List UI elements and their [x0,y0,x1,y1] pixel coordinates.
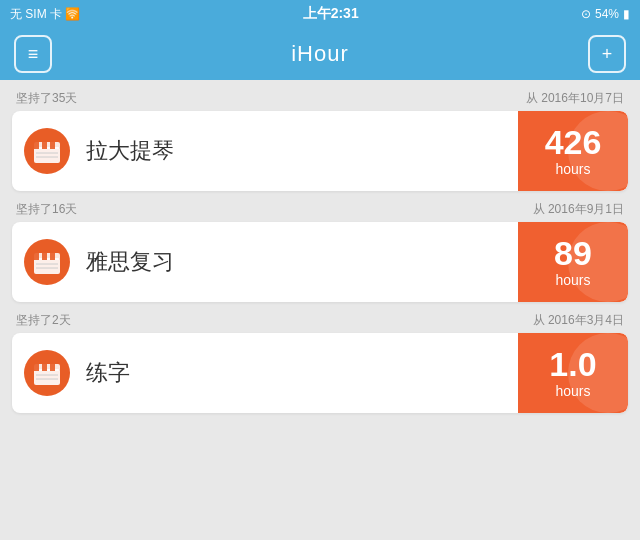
nav-bar: ≡ iHour + [0,28,640,80]
from-date-1: 从 2016年10月7日 [526,90,624,107]
clapperboard-svg [32,137,62,165]
clapperboard-svg [32,248,62,276]
card-title-3: 练字 [82,358,518,388]
section-2: 坚持了16天 从 2016年9月1日 [12,201,628,302]
battery-icon: ⊙ [581,7,591,21]
battery-visual: ▮ [623,7,630,21]
clapperboard-svg [32,359,62,387]
svg-rect-18 [50,364,55,371]
svg-rect-17 [42,364,47,371]
svg-rect-4 [50,142,55,149]
card-icon-3 [12,350,82,396]
carrier-text: 无 SIM 卡 🛜 [10,6,80,23]
content-area: 坚持了35天 从 2016年10月7日 [0,80,640,423]
card-icon-1 [12,128,82,174]
svg-rect-7 [34,258,60,274]
card-3[interactable]: 练字 1.0 hours [12,333,628,413]
status-left: 无 SIM 卡 🛜 [10,6,80,23]
card-title-1: 拉大提琴 [82,136,518,166]
from-date-3: 从 2016年3月4日 [533,312,624,329]
hours-badge-3: 1.0 hours [518,333,628,413]
svg-rect-14 [34,369,60,385]
section-3: 坚持了2天 从 2016年3月4日 [12,312,628,413]
svg-rect-10 [42,253,47,260]
menu-icon: ≡ [28,44,39,65]
app-title: iHour [291,41,349,67]
card-2[interactable]: 雅思复习 89 hours [12,222,628,302]
status-bar: 无 SIM 卡 🛜 上午2:31 ⊙ 54% ▮ [0,0,640,28]
section-header-3: 坚持了2天 从 2016年3月4日 [12,312,628,333]
hours-badge-2: 89 hours [518,222,628,302]
persist-days-3: 坚持了2天 [16,312,71,329]
svg-rect-11 [50,253,55,260]
section-1: 坚持了35天 从 2016年10月7日 [12,90,628,191]
clapperboard-icon-2 [24,239,70,285]
menu-button[interactable]: ≡ [14,35,52,73]
section-header-1: 坚持了35天 从 2016年10月7日 [12,90,628,111]
add-icon: + [602,44,613,65]
section-header-2: 坚持了16天 从 2016年9月1日 [12,201,628,222]
svg-rect-2 [34,142,39,149]
status-time: 上午2:31 [303,5,359,23]
card-1[interactable]: 拉大提琴 426 hours [12,111,628,191]
persist-days-1: 坚持了35天 [16,90,77,107]
status-right: ⊙ 54% ▮ [581,7,630,21]
svg-rect-9 [34,253,39,260]
clapperboard-icon-3 [24,350,70,396]
add-button[interactable]: + [588,35,626,73]
hours-badge-1: 426 hours [518,111,628,191]
clapperboard-icon-1 [24,128,70,174]
persist-days-2: 坚持了16天 [16,201,77,218]
card-title-2: 雅思复习 [82,247,518,277]
from-date-2: 从 2016年9月1日 [533,201,624,218]
svg-rect-0 [34,147,60,163]
svg-rect-3 [42,142,47,149]
battery-text: 54% [595,7,619,21]
card-icon-2 [12,239,82,285]
svg-rect-16 [34,364,39,371]
